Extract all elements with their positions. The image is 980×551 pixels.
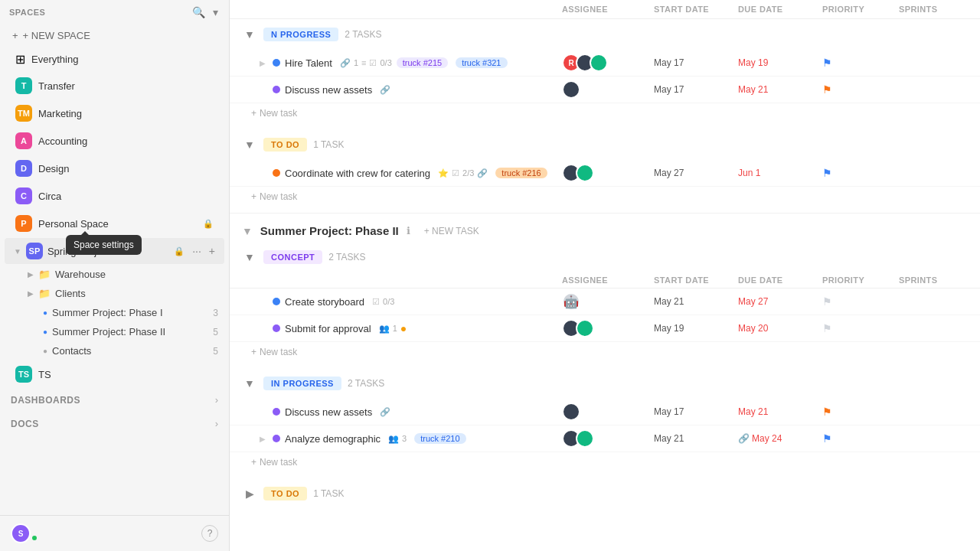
status-badge-todo: TO DO xyxy=(263,138,307,152)
table-row[interactable]: ▶ Hire Talent 🔗 1 ≡ ☑ 0/3 truck #215 tru… xyxy=(230,50,980,77)
task-count-badge: 5 xyxy=(213,327,218,337)
sidebar-item-summer1[interactable]: ● Summer Project: Phase I 3 xyxy=(0,303,229,322)
group-toggle-button[interactable]: ▼ xyxy=(242,249,257,265)
tag-pill: truck #321 xyxy=(456,57,507,68)
task-name-cell: Coordinate with crew for catering ⭐ ☑ 2/… xyxy=(257,168,562,179)
meta-value: 0/3 xyxy=(383,297,394,306)
task-name: Hire Talent xyxy=(285,57,332,69)
sidebar-item-circa[interactable]: C Circa xyxy=(5,183,224,209)
task-meta: ☑ 0/3 xyxy=(372,297,394,307)
sidebar-item-accounting[interactable]: A Accounting xyxy=(5,128,224,154)
sidebar-item-summer2[interactable]: ● Summer Project: Phase II 5 xyxy=(0,322,229,341)
sidebar-item-everything[interactable]: ⊞ Everything xyxy=(5,47,224,71)
sidebar-item-design[interactable]: D Design xyxy=(5,155,224,181)
new-task-button[interactable]: + New task xyxy=(230,452,980,472)
table-row[interactable]: Discuss new assets 🔗 May 17 May 21 ⚑ xyxy=(230,399,980,425)
status-badge-todo: TO DO xyxy=(263,487,307,500)
docs-label: DOCS xyxy=(11,419,39,429)
task-count: 2 TASKS xyxy=(345,29,381,40)
marketing-avatar: TM xyxy=(15,105,32,122)
circa-avatar: C xyxy=(15,187,32,204)
priority-cell: ⚑ xyxy=(822,322,899,334)
group-header-inprogress1: ▼ N PROGRESS 2 TASKS xyxy=(230,19,980,50)
task-expand-button[interactable]: ▶ xyxy=(257,59,268,67)
lock-icon: 🔒 xyxy=(174,246,185,256)
start-date: May 17 xyxy=(654,57,738,68)
chevron-right-icon: ▶ xyxy=(28,289,34,298)
plus-icon: + xyxy=(251,108,256,119)
assignee-cell xyxy=(562,429,654,448)
status-badge-inprogress: IN PROGRESS xyxy=(263,377,341,390)
priority-cell: ⚑ xyxy=(822,83,899,96)
task-count-badge: 5 xyxy=(213,346,218,357)
plus-icon: + xyxy=(251,191,256,202)
assignee-cell xyxy=(562,164,654,182)
col-assignee: ASSIGNEE xyxy=(562,5,654,14)
task-name-cell: Submit for approval 👥 1 ● xyxy=(257,322,562,334)
sidebar-item-transfer[interactable]: T Transfer xyxy=(5,73,224,99)
table-row[interactable]: Create storyboard ☑ 0/3 🤖 May 21 May 27 … xyxy=(230,289,980,315)
task-dot xyxy=(273,298,280,305)
dashboards-section[interactable]: DASHBOARDS › xyxy=(0,388,229,412)
start-date: May 21 xyxy=(654,433,738,444)
due-date: 🔗 May 24 xyxy=(738,433,822,444)
meta-value: 2/3 xyxy=(462,168,474,178)
spaces-label: SPACES xyxy=(9,8,45,17)
sidebar-item-marketing[interactable]: TM Marketing xyxy=(5,100,224,126)
group-toggle-button[interactable]: ▼ xyxy=(242,137,257,152)
group-todo2: ▶ TO DO 1 TASK xyxy=(230,478,980,509)
sidebar-item-label: TS xyxy=(38,369,214,380)
collapse-spaces-button[interactable]: ▾ xyxy=(211,5,220,20)
sidebar-item-label: Circa xyxy=(38,191,214,202)
task-meta: 👥 3 xyxy=(388,434,407,444)
new-task-button[interactable]: + New task xyxy=(230,187,980,207)
sidebar-item-label: Accounting xyxy=(38,135,214,147)
task-count: 2 TASKS xyxy=(348,378,384,389)
group-toggle-button[interactable]: ▼ xyxy=(242,376,257,391)
sidebar-item-clients[interactable]: ▶ 📁 Clients xyxy=(0,284,229,303)
start-date: May 19 xyxy=(654,323,738,334)
sidebar-footer: S ? xyxy=(0,515,229,551)
new-space-button[interactable]: + + NEW SPACE xyxy=(0,24,229,47)
task-expand-button[interactable]: ▶ xyxy=(257,435,268,443)
group-toggle-button[interactable]: ▼ xyxy=(242,27,257,42)
table-row[interactable]: Submit for approval 👥 1 ● May 19 May 20 … xyxy=(230,315,980,342)
dot-icon: ● xyxy=(43,308,47,317)
docs-section[interactable]: DOCS › xyxy=(0,412,229,435)
search-spaces-button[interactable]: 🔍 xyxy=(191,5,207,20)
spring-more-button[interactable]: ··· xyxy=(189,243,204,259)
help-button[interactable]: ? xyxy=(201,525,218,542)
table-row[interactable]: Discuss new assets 🔗 May 17 May 21 ⚑ xyxy=(230,77,980,103)
avatar-group xyxy=(562,164,594,182)
meta-value: 1 xyxy=(354,58,358,67)
task-name-cell: Discuss new assets 🔗 xyxy=(257,84,562,96)
chain-icon: ≡ xyxy=(361,58,366,67)
sidebar-item-warehouse[interactable]: ▶ 📁 Warehouse xyxy=(0,265,229,284)
task-meta: 👥 1 ● xyxy=(379,322,407,334)
spring-add-button[interactable]: + xyxy=(206,243,218,259)
meta-value: 1 xyxy=(393,324,397,333)
priority-cell: ⚑ xyxy=(822,295,899,308)
group-toggle-button[interactable]: ▶ xyxy=(242,486,257,501)
chevron-right-icon: › xyxy=(215,394,218,406)
new-task-button[interactable]: + New task xyxy=(230,103,980,123)
task-meta: 🔗 1 ≡ ☑ 0/3 xyxy=(340,58,392,68)
group-todo1: ▼ TO DO 1 TASK Coordinate with crew for … xyxy=(230,129,980,207)
table-row[interactable]: ▶ Analyze demographic 👥 3 truck #210 Ma xyxy=(230,425,980,452)
group-header-todo1: ▼ TO DO 1 TASK xyxy=(230,129,980,160)
new-task-button[interactable]: + New task xyxy=(230,342,980,362)
section-title: Summer Project: Phase II xyxy=(260,224,399,237)
task-dot xyxy=(273,408,280,416)
new-task-link[interactable]: + NEW TASK xyxy=(424,226,479,236)
avatar-group xyxy=(562,403,580,421)
sidebar-item-personal[interactable]: P Personal Space 🔒 Space settings xyxy=(5,210,224,236)
start-date: May 27 xyxy=(654,168,738,178)
section-toggle-button[interactable]: ▼ xyxy=(242,225,253,237)
sidebar-item-contacts[interactable]: ● Contacts 5 xyxy=(0,341,229,360)
table-row[interactable]: Coordinate with crew for catering ⭐ ☑ 2/… xyxy=(230,160,980,187)
sidebar-item-ts[interactable]: TS TS xyxy=(5,361,224,387)
link-icon: 🔗 xyxy=(738,433,750,444)
plus-icon: + xyxy=(12,30,18,41)
flag-icon: ⚑ xyxy=(822,322,832,334)
chevron-down-icon: ▼ xyxy=(14,247,21,256)
